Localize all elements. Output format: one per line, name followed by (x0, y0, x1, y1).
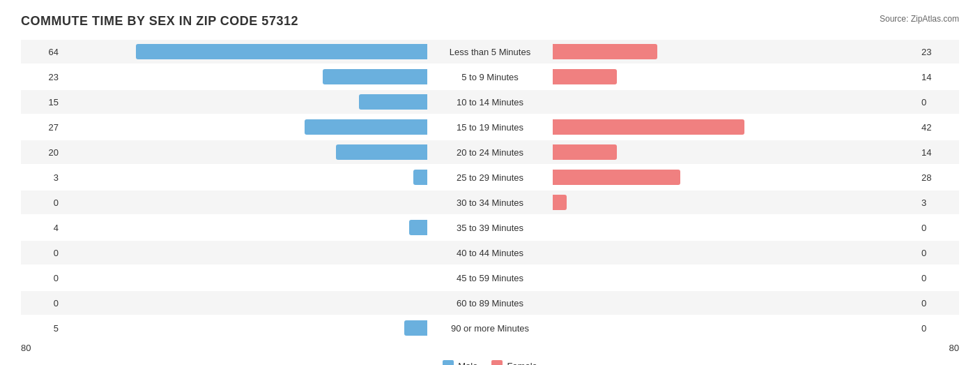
female-value: 3 (917, 198, 959, 208)
row-label: 45 to 59 Minutes (427, 273, 553, 283)
female-value: 23 (917, 47, 959, 57)
chart-row: 0 40 to 44 Minutes 0 (21, 241, 959, 265)
female-bar-wrap (553, 195, 917, 210)
female-bar-wrap (553, 94, 917, 110)
axis-right: 80 (949, 343, 959, 353)
bars-container: 45 to 59 Minutes (63, 266, 917, 290)
row-label: 35 to 39 Minutes (427, 223, 553, 233)
bars-container: 60 to 89 Minutes (63, 291, 917, 315)
row-label: 5 to 9 Minutes (427, 72, 553, 82)
female-value: 0 (917, 298, 959, 308)
bars-container: 35 to 39 Minutes (63, 216, 917, 239)
female-value: 0 (917, 323, 959, 334)
row-label: 60 to 89 Minutes (427, 298, 553, 308)
male-bar-wrap (63, 245, 427, 260)
female-bar (553, 69, 617, 84)
female-value: 0 (917, 97, 959, 107)
male-bar-wrap (63, 144, 427, 160)
bars-container: 5 to 9 Minutes (63, 65, 917, 89)
male-bar-wrap (63, 195, 427, 210)
row-label: 90 or more Minutes (427, 323, 553, 334)
female-bar (553, 170, 680, 185)
chart-title: COMMUTE TIME BY SEX IN ZIP CODE 57312 (21, 14, 298, 29)
female-bar (553, 44, 657, 59)
row-label: 30 to 34 Minutes (427, 198, 553, 208)
source-label: Source: ZipAtlas.com (880, 14, 959, 24)
female-value: 42 (917, 122, 959, 133)
chart-row: 23 5 to 9 Minutes 14 (21, 65, 959, 89)
row-label: Less than 5 Minutes (427, 47, 553, 57)
female-bar-wrap (553, 144, 917, 160)
chart-row: 64 Less than 5 Minutes 23 (21, 40, 959, 64)
male-value: 3 (21, 172, 63, 183)
male-value: 0 (21, 248, 63, 258)
bars-container: 20 to 24 Minutes (63, 140, 917, 164)
female-bar-wrap (553, 270, 917, 285)
female-label: Female (507, 361, 537, 366)
male-bar-wrap (63, 220, 427, 235)
male-value: 0 (21, 273, 63, 283)
female-bar-wrap (553, 119, 917, 135)
male-value: 0 (21, 198, 63, 208)
male-bar-wrap (63, 295, 427, 311)
female-value: 0 (917, 248, 959, 258)
female-value: 28 (917, 172, 959, 183)
female-value: 0 (917, 273, 959, 283)
bars-container: 40 to 44 Minutes (63, 241, 917, 265)
male-value: 5 (21, 323, 63, 334)
axis-left: 80 (21, 343, 31, 353)
chart-area: 64 Less than 5 Minutes 23 23 5 to 9 Minu… (21, 40, 959, 340)
chart-row: 0 60 to 89 Minutes 0 (21, 291, 959, 315)
male-bar (404, 320, 427, 336)
male-bar (359, 94, 427, 110)
female-value: 0 (917, 223, 959, 233)
male-bar-wrap (63, 44, 427, 59)
male-bar (413, 170, 427, 185)
female-bar (553, 195, 567, 210)
chart-row: 4 35 to 39 Minutes 0 (21, 216, 959, 239)
bars-container: 10 to 14 Minutes (63, 90, 917, 114)
bars-container: 30 to 34 Minutes (63, 191, 917, 214)
chart-row: 0 45 to 59 Minutes 0 (21, 266, 959, 290)
bars-container: Less than 5 Minutes (63, 40, 917, 64)
male-color-box (443, 360, 454, 365)
male-value: 64 (21, 47, 63, 57)
female-bar (553, 144, 617, 160)
female-bar-wrap (553, 69, 917, 84)
male-bar-wrap (63, 270, 427, 285)
male-bar (409, 220, 427, 235)
male-bar (323, 69, 427, 84)
bars-container: 90 or more Minutes (63, 316, 917, 340)
male-value: 15 (21, 97, 63, 107)
female-bar (553, 119, 744, 135)
female-value: 14 (917, 72, 959, 82)
legend-female: Female (491, 360, 537, 365)
row-label: 15 to 19 Minutes (427, 122, 553, 133)
female-value: 14 (917, 147, 959, 158)
female-bar-wrap (553, 220, 917, 235)
axis-row: 80 80 (21, 343, 959, 353)
row-label: 40 to 44 Minutes (427, 248, 553, 258)
male-bar (336, 144, 427, 160)
male-bar-wrap (63, 320, 427, 336)
chart-row: 3 25 to 29 Minutes 28 (21, 165, 959, 189)
row-label: 25 to 29 Minutes (427, 172, 553, 183)
female-bar-wrap (553, 245, 917, 260)
female-bar-wrap (553, 170, 917, 185)
male-bar (305, 119, 428, 135)
female-bar-wrap (553, 320, 917, 336)
chart-row: 0 30 to 34 Minutes 3 (21, 191, 959, 214)
legend: Male Female (21, 360, 959, 365)
male-bar-wrap (63, 94, 427, 110)
male-bar-wrap (63, 119, 427, 135)
chart-row: 15 10 to 14 Minutes 0 (21, 90, 959, 114)
male-value: 27 (21, 122, 63, 133)
male-value: 4 (21, 223, 63, 233)
bars-container: 15 to 19 Minutes (63, 115, 917, 139)
chart-row: 20 20 to 24 Minutes 14 (21, 140, 959, 164)
male-bar-wrap (63, 170, 427, 185)
female-color-box (491, 360, 503, 365)
legend-male: Male (443, 360, 477, 365)
chart-row: 5 90 or more Minutes 0 (21, 316, 959, 340)
male-bar (136, 44, 427, 59)
